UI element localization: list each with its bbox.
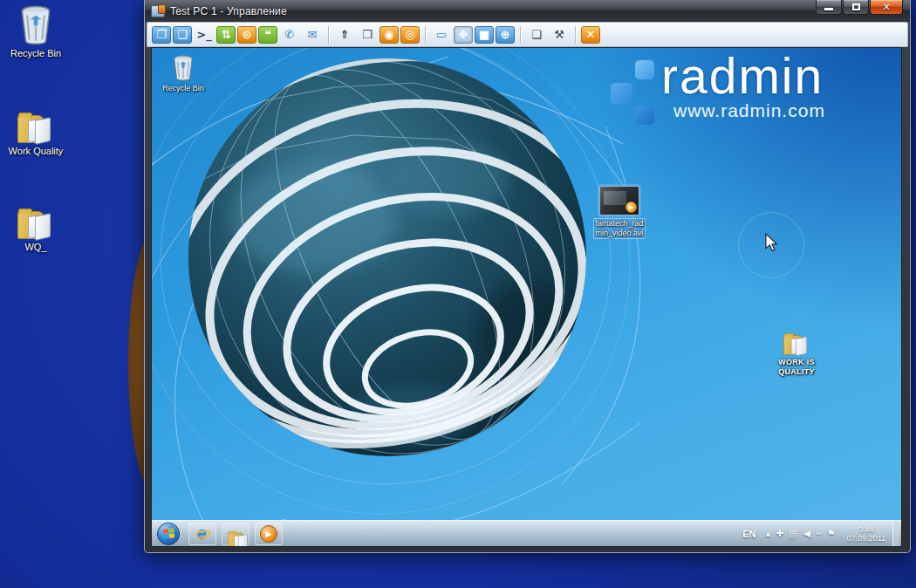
toolbar-separator [520, 26, 521, 44]
host-icon-label: WQ_ [2, 242, 70, 252]
taskbar-explorer-button[interactable] [222, 523, 250, 545]
recycle-bin-icon [159, 53, 208, 81]
telnet-icon[interactable]: >_ [194, 25, 215, 44]
window-titlebar[interactable]: Test PC 1 - Управление ✕ [145, 0, 910, 22]
recycle-bin-icon [2, 3, 70, 45]
show-hidden-icons-icon[interactable]: ▴ [765, 528, 770, 539]
host-icon-work-quality[interactable]: Work Quality [2, 101, 70, 156]
folder-icon [783, 332, 810, 355]
power-tray-icon[interactable]: ⌁ [816, 528, 822, 539]
windows-flag-icon [163, 528, 174, 538]
language-indicator[interactable]: EN [742, 529, 755, 539]
connect-through-host-icon[interactable]: ❒ [357, 25, 378, 44]
system-tray: EN ▴ ✚ ▤ ◀ ⌁ ⚑ 0:44 07.09.2011 [742, 521, 899, 547]
close-button[interactable]: ✕ [870, 0, 903, 15]
toolbar-separator [425, 26, 426, 44]
full-control-icon[interactable]: ❐ [152, 26, 171, 44]
toolbar-separator [328, 26, 329, 44]
file-transfer-icon[interactable]: ⇅ [216, 26, 236, 44]
folder-icon [228, 530, 243, 547]
get-screenshot-icon[interactable]: ⇑ [334, 25, 355, 44]
minimize-icon [824, 8, 833, 10]
internet-explorer-icon: e [194, 525, 211, 543]
folder-icon [17, 208, 54, 239]
media-player-icon: ▶ [260, 525, 277, 543]
maximize-button[interactable] [843, 0, 869, 15]
play-icon: ▶ [625, 202, 637, 213]
remote-icon-label: famatech_radmin_video.avi [593, 218, 646, 239]
voice-chat-icon[interactable]: ✆ [279, 25, 300, 44]
network-tray-icon[interactable]: ▤ [789, 528, 797, 539]
radmin-url-text: www.radmin.com [673, 100, 825, 121]
tools-icon[interactable]: ⚒ [549, 25, 570, 44]
view-only-icon[interactable]: ❑ [173, 26, 192, 44]
show-desktop-button[interactable] [892, 521, 899, 547]
host-icon-label: Recycle Bin [2, 48, 70, 58]
clock-date: 07.09.2011 [847, 534, 885, 543]
switch-session-icon[interactable]: ❏ [526, 25, 547, 44]
minimize-button[interactable] [816, 0, 842, 15]
video-thumbnail-icon: ▶ [599, 186, 639, 215]
remote-desktop-view[interactable]: radmin www.radmin.com Recycle Bin ▶ fama… [151, 47, 902, 547]
window-title: Test PC 1 - Управление [170, 5, 287, 17]
action-center-tray-icon[interactable]: ⚑ [827, 528, 836, 539]
taskbar-internet-explorer-button[interactable]: e [188, 523, 216, 545]
remote-icon-work-is-quality[interactable]: WORK IS QUALITY [773, 324, 820, 377]
window-toolbar: ❐ ❑ >_ ⇅ ⊙ ❝ ✆ ✉ ⇑ ❒ ◉ ◎ ▭ ✥ ■ ⊕ ❏ ⚒ ✕ [147, 22, 908, 47]
view-stretch-icon[interactable]: ✥ [454, 26, 473, 44]
host-icon-wq[interactable]: WQ_ [2, 197, 70, 252]
taskbar-clock[interactable]: 0:44 07.09.2011 [847, 525, 885, 543]
record-screen-icon[interactable]: ◉ [379, 26, 399, 44]
clock-time: 0:44 [847, 525, 885, 534]
shutdown-icon[interactable]: ⊙ [237, 26, 256, 44]
folder-icon [17, 112, 54, 143]
host-icon-label: Work Quality [2, 146, 70, 156]
start-button[interactable] [157, 523, 180, 545]
volume-tray-icon[interactable]: ◀ [803, 528, 810, 539]
remote-icon-label: WORK IS QUALITY [773, 358, 820, 377]
remote-icon-video-file[interactable]: ▶ famatech_radmin_video.avi [593, 186, 646, 239]
disconnect-icon[interactable]: ✕ [581, 26, 600, 44]
toolbar-separator [575, 26, 576, 44]
radmin-brand-text: radmin [661, 51, 825, 100]
view-fullscreen-icon[interactable]: ■ [475, 26, 494, 44]
maximize-icon [852, 3, 860, 10]
host-icon-recycle-bin[interactable]: Recycle Bin [2, 3, 70, 58]
taskbar-media-player-button[interactable]: ▶ [255, 523, 283, 545]
send-message-icon[interactable]: ✉ [302, 25, 323, 44]
view-normal-icon[interactable]: ▭ [431, 25, 452, 44]
remote-icon-recycle-bin[interactable]: Recycle Bin [159, 53, 208, 93]
radmin-logo: radmin www.radmin.com [604, 51, 892, 132]
device-tray-icon[interactable]: ✚ [776, 528, 783, 539]
radmin-window: Test PC 1 - Управление ✕ ❐ ❑ >_ ⇅ ⊙ ❝ ✆ … [144, 0, 911, 553]
remote-taskbar: e ▶ EN ▴ ✚ ▤ ◀ ⌁ ⚑ 0:44 07.09.2011 [152, 520, 901, 546]
radmin-logo-mark-icon [604, 51, 661, 132]
radmin-app-icon [151, 5, 165, 17]
remote-icon-label: Recycle Bin [159, 84, 208, 93]
close-icon: ✕ [882, 2, 890, 13]
text-chat-icon[interactable]: ❝ [258, 26, 277, 44]
recorded-files-icon[interactable]: ◎ [400, 26, 420, 44]
view-fullscreen-stretch-icon[interactable]: ⊕ [496, 26, 515, 44]
